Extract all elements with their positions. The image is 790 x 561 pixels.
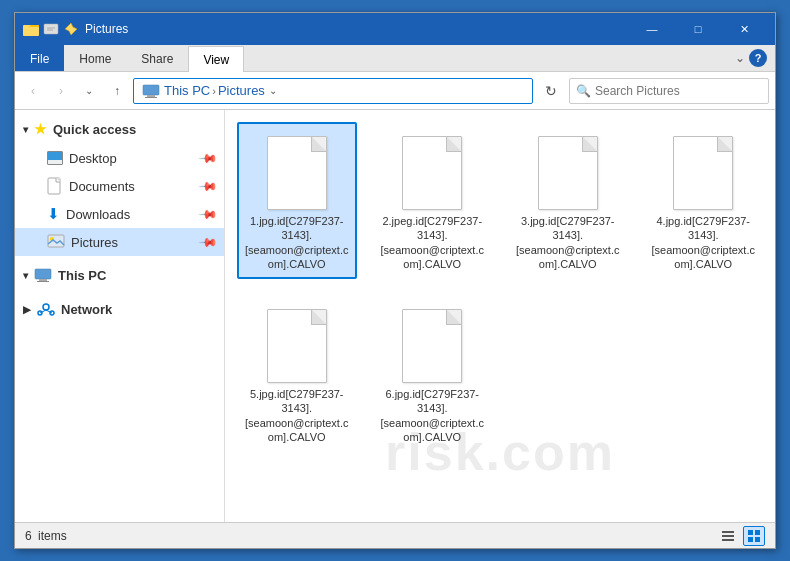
svg-rect-19 (748, 530, 753, 535)
svg-rect-8 (35, 269, 51, 279)
path-separator-1: › (212, 85, 216, 97)
maximize-button[interactable]: □ (675, 13, 721, 45)
file-icon-4 (263, 303, 331, 383)
file-area[interactable]: risk.com 1.jpg.id[C279F237-3143].[seamoo… (225, 110, 775, 522)
sidebar-downloads-label: Downloads (66, 207, 130, 222)
ribbon-expand-area: ⌄ ? (735, 45, 775, 71)
svg-rect-1 (44, 24, 58, 34)
thispc-icon (34, 268, 52, 282)
minimize-button[interactable]: — (629, 13, 675, 45)
file-icon-0 (263, 130, 331, 210)
help-button[interactable]: ? (749, 49, 767, 67)
status-bar: 6 items (15, 522, 775, 548)
ribbon: File Home Share View ⌄ ? (15, 45, 775, 72)
file-name: 3.jpg.id[C279F237-3143].[seamoon@criptex… (516, 214, 620, 271)
file-item[interactable]: 6.jpg.id[C279F237-3143].[seamoon@criptex… (373, 295, 493, 452)
title-bar-icons (23, 21, 79, 37)
file-icon-3 (669, 130, 737, 210)
file-page (402, 136, 462, 210)
recent-locations-button[interactable]: ⌄ (77, 79, 101, 103)
path-dropdown-icon[interactable]: ⌄ (269, 85, 277, 96)
search-box[interactable]: 🔍 (569, 78, 769, 104)
tab-share[interactable]: Share (126, 45, 188, 71)
file-name: 6.jpg.id[C279F237-3143].[seamoon@criptex… (381, 387, 485, 444)
tab-view[interactable]: View (188, 46, 244, 72)
svg-rect-22 (755, 537, 760, 542)
file-item[interactable]: 5.jpg.id[C279F237-3143].[seamoon@criptex… (237, 295, 357, 452)
file-explorer-window: Pictures — □ ✕ File Home Share View ⌄ ? (14, 12, 776, 549)
path-thispc[interactable]: This PC (164, 83, 210, 98)
chevron-thispc-icon: ▾ (23, 270, 28, 281)
address-path[interactable]: This PC › Pictures ⌄ (133, 78, 533, 104)
forward-button[interactable]: › (49, 79, 73, 103)
file-page (538, 136, 598, 210)
network-icon (37, 302, 55, 316)
close-button[interactable]: ✕ (721, 13, 767, 45)
svg-rect-20 (755, 530, 760, 535)
title-bar: Pictures — □ ✕ (15, 13, 775, 45)
pictures-icon (47, 234, 65, 250)
pin-icon-documents: 📌 (198, 176, 219, 197)
up-button[interactable]: ↑ (105, 79, 129, 103)
svg-point-11 (43, 304, 49, 310)
sidebar-item-documents[interactable]: Documents 📌 (15, 172, 224, 200)
svg-rect-21 (748, 537, 753, 542)
file-icon-1 (398, 130, 466, 210)
svg-rect-9 (39, 279, 47, 281)
quick-access-star-icon: ★ (34, 121, 47, 137)
file-page (402, 309, 462, 383)
item-count: 6 items (25, 529, 67, 543)
view-controls (717, 526, 765, 546)
svg-rect-17 (722, 535, 734, 537)
file-item[interactable]: 1.jpg.id[C279F237-3143].[seamoon@criptex… (237, 122, 357, 279)
file-item[interactable]: 4.jpg.id[C279F237-3143].[seamoon@criptex… (644, 122, 764, 279)
path-current[interactable]: Pictures (218, 83, 265, 98)
sidebar-network-label: Network (61, 302, 112, 317)
files-grid: 1.jpg.id[C279F237-3143].[seamoon@criptex… (237, 122, 763, 452)
window-controls: — □ ✕ (629, 13, 767, 45)
sidebar-item-pictures[interactable]: Pictures 📌 (15, 228, 224, 256)
address-bar: ‹ › ⌄ ↑ This PC › Pictures ⌄ ↻ 🔍 (15, 72, 775, 110)
sidebar-desktop-label: Desktop (69, 151, 117, 166)
large-icons-view-button[interactable] (743, 526, 765, 546)
svg-rect-10 (37, 281, 49, 282)
sidebar-item-desktop[interactable]: Desktop 📌 (15, 144, 224, 172)
tab-file[interactable]: File (15, 45, 64, 71)
search-icon: 🔍 (576, 84, 591, 98)
documents-icon (47, 177, 63, 195)
sidebar-thispc-label: This PC (58, 268, 106, 283)
file-name: 1.jpg.id[C279F237-3143].[seamoon@criptex… (245, 214, 349, 271)
file-name: 2.jpeg.id[C279F237-3143].[seamoon@cripte… (381, 214, 485, 271)
tab-home[interactable]: Home (64, 45, 126, 71)
sidebar-group-thispc[interactable]: ▾ This PC (15, 260, 224, 290)
details-view-button[interactable] (717, 526, 739, 546)
desktop-icon (47, 151, 63, 165)
file-name: 5.jpg.id[C279F237-3143].[seamoon@criptex… (245, 387, 349, 444)
chevron-down-icon[interactable]: ⌄ (735, 51, 745, 65)
refresh-button[interactable]: ↻ (537, 78, 565, 104)
svg-rect-5 (48, 178, 60, 194)
file-icon-2 (534, 130, 602, 210)
this-pc-icon (142, 84, 160, 98)
file-icon-5 (398, 303, 466, 383)
file-name: 4.jpg.id[C279F237-3143].[seamoon@criptex… (652, 214, 756, 271)
svg-rect-4 (145, 97, 157, 98)
main-content: ▾ ★ Quick access Desktop 📌 Documents 📌 ⬇ (15, 110, 775, 522)
large-icons-view-icon (747, 529, 761, 543)
file-item[interactable]: 2.jpeg.id[C279F237-3143].[seamoon@cripte… (373, 122, 493, 279)
svg-rect-3 (147, 95, 155, 97)
sidebar-group-network[interactable]: ▶ Network (15, 294, 224, 324)
search-input[interactable] (595, 84, 762, 98)
svg-rect-16 (722, 531, 734, 533)
sidebar-group-quick-access[interactable]: ▾ ★ Quick access (15, 114, 224, 144)
details-view-icon (721, 529, 735, 543)
window-title: Pictures (85, 22, 629, 36)
file-page (267, 309, 327, 383)
folder-icon (23, 21, 39, 37)
quick-access-label: Quick access (53, 122, 136, 137)
back-button[interactable]: ‹ (21, 79, 45, 103)
file-item[interactable]: 3.jpg.id[C279F237-3143].[seamoon@criptex… (508, 122, 628, 279)
pin-icon-desktop: 📌 (198, 148, 219, 169)
chevron-right-icon: ▾ (23, 124, 28, 135)
sidebar-item-downloads[interactable]: ⬇ Downloads 📌 (15, 200, 224, 228)
